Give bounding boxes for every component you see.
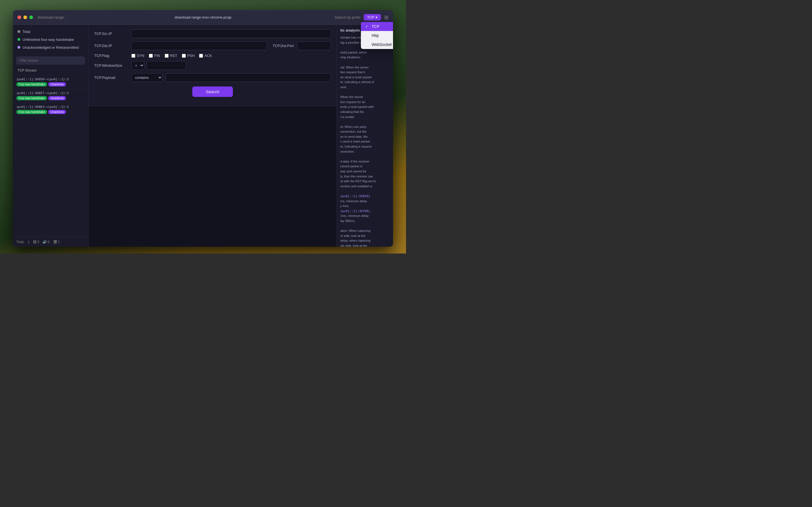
dst-port-input[interactable]: [297, 41, 331, 50]
right-panel: tic analysis hshake has not beening a po…: [337, 25, 393, 247]
ack-checkbox[interactable]: [199, 54, 203, 58]
unack-dot: [17, 46, 20, 49]
psh-checkbox[interactable]: [182, 54, 186, 58]
tag-unack-1: Unacknow: [48, 96, 66, 100]
legend-unack[interactable]: Unacknowledged or Retransmitted: [17, 45, 84, 50]
right-panel-content: hshake has not beening a possible abnorm…: [340, 35, 390, 247]
stream-addr-2: ipv6[::1]:56863->ipv6[::1]:3: [16, 105, 85, 109]
psh-label: PSH: [187, 54, 195, 58]
rst-checkbox[interactable]: [165, 54, 168, 58]
selected-protocol: TCP: [367, 15, 374, 19]
minimize-button[interactable]: [23, 15, 27, 19]
window-title: download-range-mov-chrome.pcap: [174, 15, 232, 19]
stream-list: ipv6[::1]:56850->ipv6[::1]:3 Four-way ha…: [13, 74, 88, 237]
protocol-dropdown-button[interactable]: TCP ▾: [364, 14, 381, 20]
window-row: = > < ≥ ≤: [132, 61, 186, 70]
syn-label: SYN: [137, 54, 144, 58]
layout-button[interactable]: ⊞: [384, 14, 389, 20]
stream-addr-right-1: ipv6[::1]:56850]: [340, 194, 370, 198]
flag-ack[interactable]: ACK: [199, 54, 212, 58]
dst-ip-row: TCP.Dst.IP TCP.Dst.Port: [94, 41, 331, 50]
search-button[interactable]: Search: [192, 87, 233, 97]
ack-label: ACK: [204, 54, 212, 58]
center-panel: TCP.Src.IP TCP.Dst.IP TCP.Dst.Port TCP.F…: [89, 25, 337, 247]
total-label-status: Total:: [16, 240, 24, 244]
audio-icon: 🔊: [43, 240, 47, 244]
legend-unfinished[interactable]: Unfinished four-way handshake: [17, 37, 84, 42]
stream-tags-1: Four-way handshake Unacknow: [16, 96, 85, 100]
close-button[interactable]: [17, 15, 21, 19]
payload-row: TCP.Payload contains equals starts with: [94, 73, 331, 82]
chevron-down-icon: ▾: [375, 15, 377, 19]
dst-ip-input[interactable]: [132, 41, 267, 50]
audio-icon-group: 🔊 0: [43, 240, 50, 244]
video-icon: 🎬: [53, 240, 57, 244]
stream-addr-0: ipv6[::1]:56850->ipv6[::1]:3: [16, 77, 85, 81]
tag-handshake-0: Four-way handshake: [16, 82, 47, 87]
tag-handshake-1: Four-way handshake: [16, 96, 47, 100]
protocol-option-websocket[interactable]: WebSocket: [361, 40, 393, 49]
tcp-option-label: TCP: [371, 24, 379, 29]
legend: Total Unfinished four-way handshake Unac…: [13, 25, 88, 55]
search-form: TCP.Src.IP TCP.Dst.IP TCP.Dst.Port TCP.F…: [89, 25, 337, 106]
video-count: 1: [58, 240, 60, 244]
stream-item-0[interactable]: ipv6[::1]:56850->ipv6[::1]:3 Four-way ha…: [13, 75, 88, 89]
flag-syn[interactable]: SYN: [132, 54, 144, 58]
window-size-input[interactable]: [147, 61, 186, 70]
contains-select[interactable]: contains equals starts with: [132, 73, 162, 82]
status-bar: Total: 1 🖼 0 🔊 0 🎬 1: [13, 237, 88, 247]
tcp-stream-section-title: TCP Stream: [13, 67, 88, 74]
results-area: [89, 106, 337, 247]
titlebar: download-range- download-range-mov-chrom…: [13, 10, 393, 25]
total-label: Total: [22, 29, 30, 34]
stream-addr-right-2: ipv6[::1]:36780]: [340, 209, 370, 213]
syn-checkbox[interactable]: [132, 54, 135, 58]
stream-tags-2: Four-way handshake Unacknow: [16, 110, 85, 114]
src-ip-input[interactable]: [132, 29, 331, 38]
checkmark-icon: ✓: [365, 24, 369, 29]
window-size-label: TCP.WindowSize: [94, 63, 128, 68]
window-controls: [17, 15, 33, 19]
payload-label: TCP.Payload: [94, 75, 128, 80]
stream-tags-0: Four-way handshake Unacknow: [16, 82, 85, 87]
image-count: 0: [37, 240, 39, 244]
main-content: Total Unfinished four-way handshake Unac…: [13, 25, 393, 247]
http-option-label: Http: [371, 33, 379, 38]
audio-count: 0: [48, 240, 50, 244]
flag-label: TCP.Flag: [94, 54, 128, 58]
operator-select[interactable]: = > < ≥ ≤: [132, 61, 144, 70]
unfinished-dot: [17, 38, 20, 41]
src-ip-label: TCP.Src.IP: [94, 32, 128, 36]
tag-handshake-2: Four-way handshake: [16, 110, 47, 114]
flag-psh[interactable]: PSH: [182, 54, 195, 58]
protocol-dropdown[interactable]: TCP ▾ ✓ TCP Http WebSocket: [364, 14, 381, 20]
filter-box: [16, 57, 85, 64]
video-icon-group: 🎬 1: [53, 240, 60, 244]
titlebar-right: Search by proto TCP ▾ ✓ TCP Http: [335, 14, 389, 20]
image-icon: 🖼: [33, 240, 36, 244]
protocol-menu: ✓ TCP Http WebSocket: [361, 22, 393, 49]
unack-label: Unacknowledged or Retransmitted: [22, 45, 79, 50]
dst-ip-label: TCP.Dst.IP: [94, 44, 128, 48]
window-size-row: TCP.WindowSize = > < ≥ ≤: [94, 61, 331, 70]
flag-fin[interactable]: FIN: [149, 54, 160, 58]
legend-total[interactable]: Total: [17, 29, 84, 34]
payload-input[interactable]: [166, 73, 331, 82]
main-window: download-range- download-range-mov-chrom…: [13, 10, 393, 247]
filter-input[interactable]: [16, 57, 85, 64]
flag-rst[interactable]: RST: [165, 54, 177, 58]
fin-label: FIN: [154, 54, 160, 58]
unfinished-label: Unfinished four-way handshake: [22, 37, 74, 42]
protocol-option-http[interactable]: Http: [361, 31, 393, 40]
fin-checkbox[interactable]: [149, 54, 153, 58]
maximize-button[interactable]: [29, 15, 33, 19]
flag-row: TCP.Flag SYN FIN RST: [94, 54, 331, 58]
stream-item-2[interactable]: ipv6[::1]:56863->ipv6[::1]:3 Four-way ha…: [13, 103, 88, 117]
search-by-label: Search by proto: [335, 15, 360, 19]
protocol-option-tcp[interactable]: ✓ TCP: [361, 22, 393, 31]
image-icon-group: 🖼 0: [33, 240, 39, 244]
total-dot: [17, 30, 20, 33]
stream-item-1[interactable]: ipv6[::1]:56857->ipv6[::1]:3 Four-way ha…: [13, 89, 88, 103]
tag-unack-2: Unacknow: [48, 110, 66, 114]
websocket-option-label: WebSocket: [371, 42, 392, 47]
